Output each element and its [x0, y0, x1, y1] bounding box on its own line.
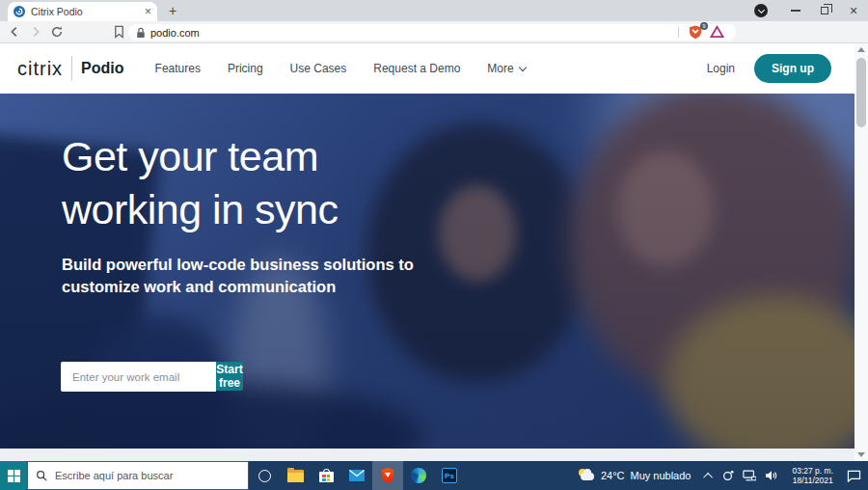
triangle-extension-button[interactable] [710, 25, 725, 40]
windows-logo-icon [8, 470, 20, 482]
window-close-button[interactable]: × [839, 0, 868, 21]
email-input[interactable] [61, 362, 216, 392]
start-button[interactable] [0, 461, 27, 490]
hidden-icons-chevron[interactable] [704, 472, 714, 481]
system-tray [698, 470, 786, 482]
clock-time: 03:27 p. m. [792, 466, 833, 476]
browser-tab-active[interactable]: Citrix Podio × [8, 2, 157, 21]
network-icon[interactable] [743, 470, 756, 481]
chevron-down-icon [518, 63, 526, 70]
citrix-logo: citrix [17, 58, 63, 80]
nav-link-features[interactable]: Features [155, 62, 201, 75]
shield-badge: 9 [700, 22, 708, 30]
brand[interactable]: citrix Podio [17, 56, 124, 81]
url-bar[interactable]: podio.com 9 [128, 24, 736, 41]
nav-link-request-demo[interactable]: Request a Demo [373, 62, 460, 75]
triangle-extension-icon [710, 25, 724, 39]
weather-temperature: 24°C [601, 470, 625, 481]
cortana-icon [258, 470, 271, 482]
window-restore-button[interactable] [810, 0, 839, 21]
shield-extension-button[interactable]: 9 [689, 25, 704, 40]
taskbar-edge[interactable] [403, 461, 434, 490]
clock-date: 18/11/2021 [792, 476, 833, 486]
brand-divider [71, 56, 72, 81]
tab-close-icon[interactable]: × [145, 6, 151, 17]
search-icon [36, 470, 47, 481]
arrow-up-icon [857, 47, 865, 52]
tab-search-button[interactable] [754, 4, 768, 17]
browser-toolbar: podio.com 9 [0, 21, 868, 43]
taskbar-file-explorer[interactable] [280, 461, 311, 490]
header-right: Login Sign up [707, 43, 831, 94]
bookmark-icon [113, 25, 125, 39]
action-center-button[interactable] [839, 461, 868, 490]
page-below-hero [0, 449, 854, 461]
screen: Citrix Podio × + × [0, 0, 868, 490]
weather-description: Muy nublado [630, 470, 691, 481]
webpage-viewport: citrix Podio Features Pricing Use Cases … [0, 43, 854, 461]
forward-icon [29, 25, 42, 39]
mail-icon [349, 470, 365, 481]
taskbar-clock[interactable]: 03:27 p. m. 18/11/2021 [786, 466, 839, 486]
nav-link-more[interactable]: More [487, 62, 525, 75]
reload-button[interactable] [46, 22, 68, 41]
scroll-up-button[interactable] [854, 43, 868, 56]
microsoft-store-icon [319, 469, 334, 482]
weather-cloudy-icon [578, 469, 595, 482]
volume-icon[interactable] [765, 470, 778, 481]
taskbar-brave-active[interactable] [372, 461, 403, 490]
taskbar-search-input[interactable] [55, 470, 219, 481]
bookmark-button[interactable] [108, 22, 129, 41]
scroll-down-button[interactable] [854, 449, 868, 461]
brave-icon [381, 468, 395, 483]
photoshop-icon: Ps [442, 468, 457, 483]
window-controls: × [754, 0, 868, 21]
taskbar-photoshop[interactable]: Ps [434, 461, 465, 490]
notification-icon [847, 470, 861, 482]
window-minimize-button[interactable] [781, 0, 810, 21]
meet-now-icon[interactable] [721, 470, 734, 482]
nav-link-pricing[interactable]: Pricing [228, 62, 263, 75]
back-button[interactable] [4, 22, 25, 41]
taskbar: Ps 24°C Muy nublado [0, 461, 868, 490]
signup-form: Start free [61, 362, 243, 392]
site-nav: Features Pricing Use Cases Request a Dem… [155, 62, 526, 75]
taskbar-microsoft-store[interactable] [311, 461, 341, 490]
tab-title: Citrix Podio [31, 6, 139, 17]
reload-icon [50, 25, 64, 39]
cortana-button[interactable] [249, 461, 280, 490]
file-explorer-icon [287, 470, 304, 482]
restore-icon [821, 7, 828, 14]
edge-icon [411, 468, 426, 483]
podio-logo: Podio [81, 60, 123, 77]
forward-button[interactable] [25, 22, 46, 41]
podio-favicon-icon [14, 6, 25, 17]
url-text: podio.com [150, 27, 671, 39]
signup-button[interactable]: Sign up [754, 54, 831, 83]
login-link[interactable]: Login [707, 62, 735, 75]
new-tab-button[interactable]: + [164, 3, 181, 20]
extension-separator [678, 27, 679, 38]
page-scrollbar[interactable] [854, 43, 868, 461]
browser-tabstrip: Citrix Podio × + × [0, 0, 868, 21]
lock-icon [136, 27, 146, 39]
minimize-icon [791, 10, 800, 12]
taskbar-right: 24°C Muy nublado 03:27 p. m. [570, 461, 868, 490]
arrow-down-icon [857, 452, 865, 457]
hero-title: Get your teamworking in sync [62, 130, 467, 236]
taskbar-search[interactable] [27, 461, 249, 490]
start-free-button[interactable]: Start free [216, 362, 243, 391]
back-icon [8, 25, 21, 39]
hero-content: Get your teamworking in sync Build power… [62, 130, 467, 298]
nav-link-use-cases[interactable]: Use Cases [290, 62, 347, 75]
hero-subtitle: Build powerful low-code business solutio… [62, 254, 419, 298]
scrollbar-thumb[interactable] [856, 58, 866, 127]
taskbar-mail[interactable] [341, 461, 372, 490]
hero-section: Get your teamworking in sync Build power… [0, 94, 854, 449]
site-header: citrix Podio Features Pricing Use Cases … [0, 43, 854, 94]
taskbar-weather[interactable]: 24°C Muy nublado [570, 469, 699, 482]
chevron-down-icon [757, 6, 764, 13]
